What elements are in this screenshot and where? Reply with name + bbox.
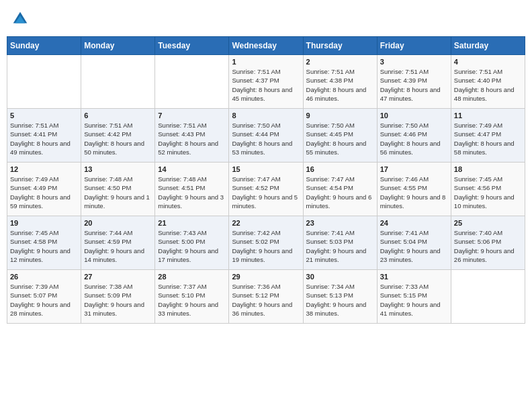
- sunrise-label: Sunrise:: [84, 229, 107, 236]
- calendar-cell-4-7: 25Sunrise: 7:40 AMSunset: 5:06 PMDayligh…: [451, 216, 525, 270]
- sunset-label: Sunset:: [10, 130, 32, 138]
- sunrise-time: 7:42 AM: [257, 229, 281, 236]
- daylight-label: Daylight: 8 hours and 45 minutes.: [232, 86, 292, 102]
- week-row-1: 1Sunrise: 7:51 AMSunset: 4:37 PMDaylight…: [7, 55, 525, 109]
- daylight-label: Daylight: 9 hours and 41 minutes.: [380, 301, 441, 317]
- daylight-label: Daylight: 9 hours and 19 minutes.: [232, 247, 292, 263]
- sunrise-label: Sunrise:: [10, 122, 34, 129]
- sunset-label: Sunset:: [158, 238, 179, 245]
- sunrise-time: 7:51 AM: [405, 68, 429, 75]
- calendar-table: SundayMondayTuesdayWednesdayThursdayFrid…: [7, 36, 525, 324]
- day-number: 3: [380, 58, 448, 66]
- daylight-label: Daylight: 8 hours and 46 minutes.: [306, 86, 367, 102]
- day-info: Sunrise: 7:51 AMSunset: 4:39 PMDaylight:…: [380, 67, 448, 103]
- week-row-4: 19Sunrise: 7:45 AMSunset: 4:58 PMDayligh…: [7, 216, 525, 270]
- calendar-cell-1-6: 3Sunrise: 7:51 AMSunset: 4:39 PMDaylight…: [377, 55, 451, 109]
- sunrise-time: 7:51 AM: [479, 68, 502, 75]
- sunrise-label: Sunrise:: [232, 283, 255, 290]
- day-info: Sunrise: 7:50 AMSunset: 4:45 PMDaylight:…: [306, 121, 374, 156]
- weekday-header-thursday: Thursday: [303, 37, 377, 55]
- day-info: Sunrise: 7:48 AMSunset: 4:51 PMDaylight:…: [158, 175, 226, 210]
- day-info: Sunrise: 7:40 AMSunset: 5:06 PMDaylight:…: [454, 228, 522, 264]
- sunset-label: Sunset:: [232, 238, 253, 245]
- sunset-time: 5:06 PM: [478, 238, 501, 245]
- sunrise-time: 7:49 AM: [479, 122, 502, 129]
- sunset-label: Sunset:: [454, 184, 476, 191]
- day-number: 27: [84, 273, 152, 281]
- day-info: Sunrise: 7:47 AMSunset: 4:52 PMDaylight:…: [232, 175, 300, 210]
- sunrise-label: Sunrise:: [306, 122, 330, 129]
- sunrise-label: Sunrise:: [158, 229, 181, 236]
- day-info: Sunrise: 7:41 AMSunset: 5:03 PMDaylight:…: [306, 228, 374, 264]
- sunrise-label: Sunrise:: [158, 122, 181, 129]
- day-info: Sunrise: 7:46 AMSunset: 4:55 PMDaylight:…: [380, 175, 448, 210]
- sunset-time: 5:07 PM: [34, 291, 57, 299]
- sunset-label: Sunset:: [306, 238, 328, 245]
- sunset-time: 4:55 PM: [404, 184, 427, 191]
- sunrise-time: 7:50 AM: [257, 122, 281, 129]
- weekday-header-monday: Monday: [81, 37, 155, 55]
- sunset-label: Sunset:: [380, 130, 402, 138]
- week-row-2: 5Sunrise: 7:51 AMSunset: 4:41 PMDaylight…: [7, 109, 525, 163]
- daylight-label: Daylight: 8 hours and 55 minutes.: [306, 140, 367, 156]
- sunset-time: 5:12 PM: [255, 291, 279, 299]
- daylight-label: Daylight: 8 hours and 48 minutes.: [454, 86, 515, 102]
- sunset-time: 5:04 PM: [404, 238, 427, 245]
- calendar-cell-5-1: 26Sunrise: 7:39 AMSunset: 5:07 PMDayligh…: [7, 270, 81, 324]
- day-number: 23: [306, 219, 374, 227]
- daylight-label: Daylight: 9 hours and 6 minutes.: [306, 193, 372, 210]
- sunset-time: 4:44 PM: [255, 130, 279, 138]
- sunrise-time: 7:47 AM: [331, 175, 355, 183]
- calendar-cell-2-2: 6Sunrise: 7:51 AMSunset: 4:42 PMDaylight…: [81, 109, 155, 163]
- day-number: 5: [10, 111, 78, 120]
- sunrise-time: 7:51 AM: [257, 68, 281, 75]
- daylight-label: Daylight: 9 hours and 23 minutes.: [380, 247, 441, 263]
- daylight-label: Daylight: 8 hours and 49 minutes.: [10, 140, 71, 156]
- sunrise-label: Sunrise:: [232, 175, 255, 183]
- sunset-label: Sunset:: [10, 184, 32, 191]
- day-number: 13: [84, 165, 152, 173]
- calendar-cell-4-2: 20Sunrise: 7:44 AMSunset: 4:59 PMDayligh…: [81, 216, 155, 270]
- calendar-cell-3-4: 15Sunrise: 7:47 AMSunset: 4:52 PMDayligh…: [229, 163, 303, 216]
- day-info: Sunrise: 7:41 AMSunset: 5:04 PMDaylight:…: [380, 228, 448, 264]
- day-info: Sunrise: 7:49 AMSunset: 4:49 PMDaylight:…: [10, 175, 78, 210]
- daylight-label: Daylight: 9 hours and 31 minutes.: [84, 301, 144, 317]
- day-info: Sunrise: 7:45 AMSunset: 4:56 PMDaylight:…: [454, 175, 522, 210]
- daylight-label: Daylight: 9 hours and 21 minutes.: [306, 247, 367, 263]
- sunrise-time: 7:51 AM: [109, 122, 133, 129]
- sunrise-label: Sunrise:: [454, 229, 478, 236]
- sunrise-label: Sunrise:: [306, 229, 330, 236]
- day-number: 12: [10, 165, 78, 173]
- sunrise-label: Sunrise:: [380, 283, 404, 290]
- sunset-time: 4:50 PM: [107, 184, 131, 191]
- day-number: 15: [232, 165, 300, 173]
- sunset-label: Sunset:: [454, 238, 476, 245]
- calendar-cell-2-5: 9Sunrise: 7:50 AMSunset: 4:45 PMDaylight…: [303, 109, 377, 163]
- calendar-cell-3-6: 17Sunrise: 7:46 AMSunset: 4:55 PMDayligh…: [377, 163, 451, 216]
- day-number: 26: [10, 273, 78, 281]
- day-number: 29: [232, 273, 300, 281]
- daylight-label: Daylight: 9 hours and 1 minute.: [84, 193, 150, 210]
- sunrise-label: Sunrise:: [380, 175, 404, 183]
- day-number: 30: [306, 273, 374, 281]
- sunrise-time: 7:47 AM: [257, 175, 281, 183]
- sunrise-label: Sunrise:: [380, 122, 404, 129]
- sunrise-label: Sunrise:: [454, 68, 478, 75]
- sunrise-label: Sunrise:: [232, 68, 255, 75]
- sunrise-label: Sunrise:: [454, 122, 478, 129]
- calendar-cell-5-5: 30Sunrise: 7:34 AMSunset: 5:13 PMDayligh…: [303, 270, 377, 324]
- day-number: 28: [158, 273, 226, 281]
- daylight-label: Daylight: 8 hours and 47 minutes.: [380, 86, 441, 102]
- day-info: Sunrise: 7:43 AMSunset: 5:00 PMDaylight:…: [158, 228, 226, 264]
- calendar-cell-5-6: 31Sunrise: 7:33 AMSunset: 5:15 PMDayligh…: [377, 270, 451, 324]
- daylight-label: Daylight: 9 hours and 14 minutes.: [84, 247, 144, 263]
- sunrise-label: Sunrise:: [10, 175, 34, 183]
- day-info: Sunrise: 7:33 AMSunset: 5:15 PMDaylight:…: [380, 282, 448, 318]
- sunrise-time: 7:41 AM: [405, 229, 429, 236]
- sunrise-time: 7:37 AM: [183, 283, 207, 290]
- calendar-cell-5-4: 29Sunrise: 7:36 AMSunset: 5:12 PMDayligh…: [229, 270, 303, 324]
- day-number: 22: [232, 219, 300, 227]
- day-number: 8: [232, 111, 300, 120]
- sunrise-label: Sunrise:: [306, 283, 330, 290]
- sunset-time: 4:56 PM: [478, 184, 501, 191]
